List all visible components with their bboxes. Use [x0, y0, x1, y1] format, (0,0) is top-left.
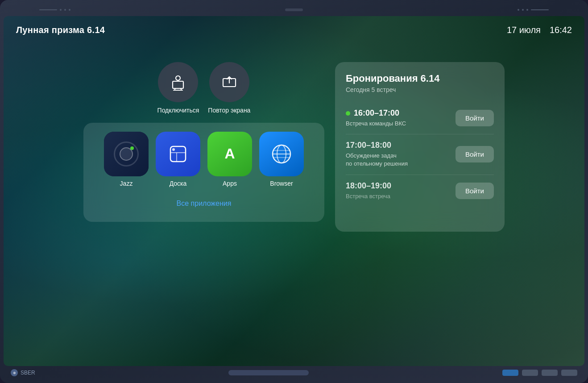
booking-item-3: 18:00–19:00 Встреча встреча Войти — [346, 175, 494, 207]
booking-2-time: 17:00–18:00 — [346, 141, 450, 150]
apps-app-icon: A — [207, 132, 252, 176]
bottom-btn-2 — [522, 370, 538, 376]
screen: Лунная призма 6.14 17 июля 16:42 — [4, 16, 584, 366]
bottom-controls — [502, 370, 577, 376]
booking-1-time: 16:00–17:00 — [346, 108, 450, 118]
jazz-label: Jazz — [120, 180, 133, 187]
datetime-display: 17 июля 16:42 — [507, 25, 572, 35]
booking-3-desc: Встреча встреча — [346, 192, 450, 200]
app-item-doska[interactable]: Доска — [156, 132, 200, 187]
time-display: 16:42 — [550, 25, 572, 35]
connect-button[interactable]: Подключиться — [157, 62, 199, 114]
connect-label: Подключиться — [157, 107, 199, 114]
browser-label: Browser — [270, 180, 293, 187]
booking-item-2: 17:00–18:00 Обсуждение задачпо отельному… — [346, 134, 494, 175]
device-frame: Лунная призма 6.14 17 июля 16:42 — [0, 0, 588, 383]
device-bottom-bar: ⊕ SBER — [4, 366, 584, 379]
apps-icon: A — [219, 143, 241, 165]
browser-app-icon — [259, 132, 304, 176]
bottom-input-bar — [228, 370, 309, 375]
booking-item-1: 16:00–17:00 Встреча команды ВКС Войти — [346, 102, 494, 134]
quick-actions: Подключиться Повтор экрана — [157, 62, 251, 114]
left-panel: Подключиться Повтор экрана — [83, 62, 324, 222]
app-item-browser[interactable]: Browser — [259, 132, 304, 187]
top-line-left — [39, 9, 57, 10]
date-display: 17 июля — [507, 25, 541, 35]
jazz-app-icon — [104, 132, 149, 176]
device-name: Лунная призма 6.14 — [16, 25, 105, 35]
doska-app-icon — [156, 132, 200, 176]
svg-text:A: A — [224, 146, 235, 162]
top-dots-right — [518, 9, 549, 11]
svg-rect-0 — [173, 81, 183, 88]
doska-label: Доска — [170, 180, 187, 187]
booking-2-info: 17:00–18:00 Обсуждение задачпо отельному… — [346, 141, 450, 168]
main-content: Подключиться Повтор экрана — [16, 62, 572, 232]
sber-logo: ⊕ SBER — [11, 369, 35, 376]
screen-repeat-label: Повтор экрана — [208, 107, 250, 114]
bookings-subtitle: Сегодня 5 встреч — [346, 86, 494, 93]
svg-point-1 — [176, 76, 180, 80]
all-apps-button[interactable]: Все приложения — [92, 194, 315, 213]
connect-icon — [169, 73, 187, 91]
booking-2-desc: Обсуждение задачпо отельному решения — [346, 152, 450, 168]
app-item-jazz[interactable]: Jazz — [104, 132, 149, 187]
booking-1-info: 16:00–17:00 Встреча команды ВКС — [346, 108, 450, 128]
booking-1-status-dot — [346, 111, 350, 116]
booking-1-desc: Встреча команды ВКС — [346, 120, 450, 128]
apps-panel: Jazz — [83, 123, 324, 222]
device-top-bar — [4, 4, 584, 16]
screen-repeat-circle — [209, 62, 249, 102]
booking-3-time: 18:00–19:00 — [346, 181, 450, 191]
screen-content: Лунная призма 6.14 17 июля 16:42 — [4, 16, 584, 366]
apps-label: Apps — [223, 180, 237, 187]
sber-logo-icon: ⊕ — [11, 369, 18, 376]
booking-3-info: 18:00–19:00 Встреча встреча — [346, 181, 450, 200]
app-item-apps[interactable]: A Apps — [207, 132, 252, 187]
camera-indicator — [285, 8, 303, 11]
browser-icon — [269, 142, 294, 167]
svg-point-6 — [172, 148, 175, 151]
header: Лунная призма 6.14 17 июля 16:42 — [16, 25, 572, 35]
bookings-panel: Бронирования 6.14 Сегодня 5 встреч 16:00… — [335, 62, 505, 232]
bottom-center — [35, 370, 502, 375]
doska-icon — [167, 143, 189, 165]
booking-2-join-button[interactable]: Войти — [455, 146, 494, 162]
screen-repeat-button[interactable]: Повтор экрана — [208, 62, 250, 114]
connect-circle — [158, 62, 198, 102]
booking-3-join-button[interactable]: Войти — [455, 183, 494, 199]
top-dots-left — [39, 9, 70, 11]
bottom-btn-3 — [542, 370, 558, 376]
top-line-right — [531, 9, 549, 10]
bottom-btn-1 — [502, 370, 518, 376]
brand-label: SBER — [21, 370, 35, 376]
bookings-title: Бронирования 6.14 — [346, 73, 494, 84]
booking-1-join-button[interactable]: Войти — [455, 110, 494, 126]
screen-repeat-icon — [220, 73, 238, 91]
apps-grid: Jazz — [92, 132, 315, 187]
bottom-btn-4 — [561, 370, 577, 376]
